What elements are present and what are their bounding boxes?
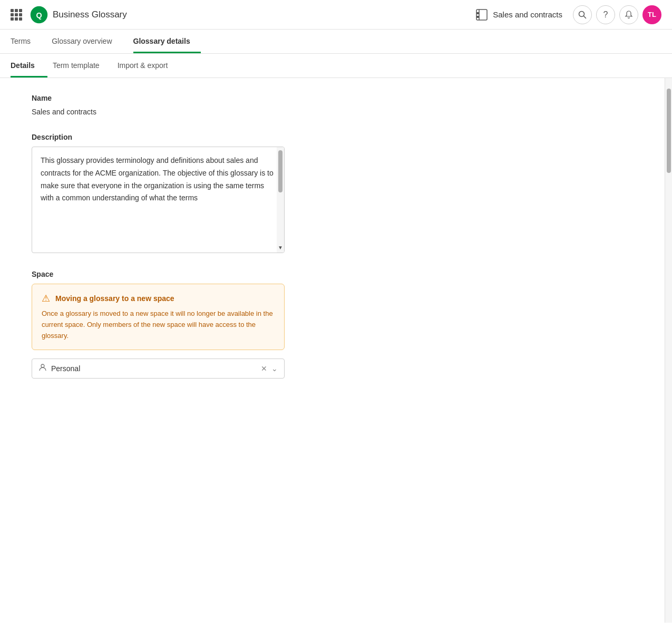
space-dropdown[interactable]: Personal ✕ ⌄ [32,359,285,379]
name-value: Sales and contracts [32,108,285,116]
secondary-tabs: Details Term template Import & export [0,54,672,78]
tab-details[interactable]: Details [11,54,47,78]
scrollbar-thumb [667,89,671,173]
search-icon [578,11,587,19]
person-icon [38,363,47,374]
logo[interactable]: Q [30,5,48,24]
scroll-down-arrow[interactable]: ▼ [277,245,284,250]
tab-terms[interactable]: Terms [11,30,41,53]
chevron-down-icon: ⌄ [271,364,278,373]
tab-glossary-details[interactable]: Glossary details [133,30,201,53]
grid-menu-icon[interactable] [11,9,22,21]
user-avatar[interactable]: TL [642,5,661,24]
help-icon: ? [603,10,608,20]
svg-rect-2 [476,9,487,20]
top-navigation: Q Business Glossary Sales and contracts … [0,0,672,30]
search-button[interactable] [573,5,592,24]
description-text: This glossary provides terminology and d… [32,147,284,253]
main-content: Name Sales and contracts Description Thi… [0,78,665,623]
name-label: Name [32,94,285,102]
svg-rect-4 [476,12,479,14]
glossary-indicator: Sales and contracts [475,8,562,22]
tab-term-template[interactable]: Term template [53,54,112,78]
description-field-group: Description This glossary provides termi… [32,133,285,253]
description-scrollbar[interactable]: ▼ [277,147,284,253]
app-title: Business Glossary [53,9,127,20]
svg-rect-5 [476,16,479,18]
bell-icon [625,11,633,19]
space-clear-button[interactable]: ✕ [261,364,267,373]
description-box: This glossary provides terminology and d… [32,147,285,253]
content-wrapper: Name Sales and contracts Description Thi… [0,78,672,623]
notifications-button[interactable] [619,5,638,24]
svg-point-8 [41,364,44,367]
warning-text: Once a glossary is moved to a new space … [42,308,275,341]
scroll-thumb [278,150,283,192]
space-value: Personal [51,364,261,373]
help-button[interactable]: ? [596,5,615,24]
description-label: Description [32,133,285,141]
nav-actions: ? TL [573,5,661,24]
space-field-group: Space ⚠ Moving a glossary to a new space… [32,270,285,379]
warning-triangle-icon: ⚠ [42,293,50,304]
svg-line-7 [584,16,586,18]
glossary-book-icon [475,8,489,22]
svg-text:Q: Q [36,11,42,19]
tab-glossary-overview[interactable]: Glossary overview [52,30,122,53]
name-field-group: Name Sales and contracts [32,94,285,116]
warning-title: Moving a glossary to a new space [55,294,174,303]
space-label: Space [32,270,285,278]
tab-import-export[interactable]: Import & export [118,54,181,78]
warning-box: ⚠ Moving a glossary to a new space Once … [32,284,285,350]
primary-tabs: Terms Glossary overview Glossary details [0,30,672,54]
glossary-name: Sales and contracts [493,10,562,19]
warning-header: ⚠ Moving a glossary to a new space [42,293,275,304]
page-scrollbar[interactable] [665,78,672,623]
